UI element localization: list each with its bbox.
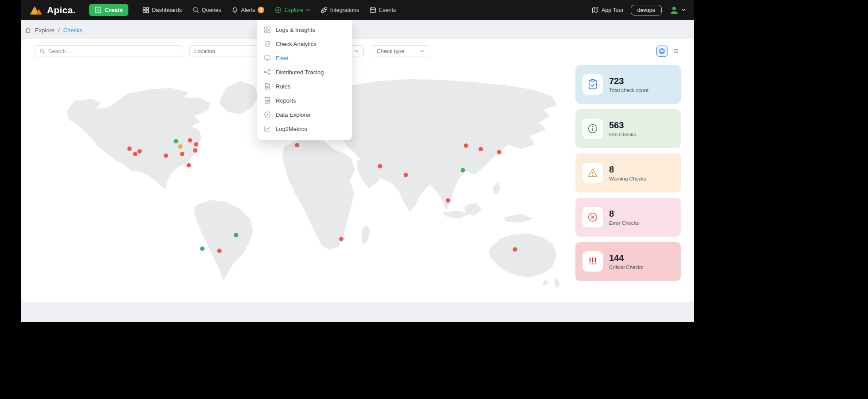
stat-label: Total check count	[609, 88, 648, 93]
menu-item-reports[interactable]: Reports	[257, 93, 352, 107]
compass-icon	[264, 111, 271, 118]
explore-dropdown-menu: Logs & Insights Check Analytics Fleet	[257, 20, 352, 140]
breadcrumb-section[interactable]: Explore	[35, 27, 54, 34]
critical-bars-icon	[583, 251, 603, 272]
create-label: Create	[105, 7, 123, 13]
nav-item-alerts[interactable]: Alerts 2	[231, 7, 264, 13]
app-tour-label: App Tour	[602, 7, 624, 13]
workspace-button[interactable]: devops	[631, 5, 662, 15]
compass-icon	[275, 7, 282, 13]
chevron-down-icon	[420, 49, 424, 54]
menu-item-label: Log2Metrics	[276, 126, 307, 132]
warning-triangle-icon	[583, 163, 603, 183]
error-circle-icon	[583, 207, 603, 227]
search-icon	[39, 48, 45, 54]
calendar-icon	[370, 7, 376, 13]
nav-right-cluster: App Tour devops	[592, 5, 686, 15]
check-location-marker-green[interactable]	[174, 139, 178, 143]
check-location-marker-green[interactable]	[200, 246, 204, 251]
menu-item-check-analytics[interactable]: Check Analytics	[257, 37, 352, 51]
check-location-marker-red[interactable]	[513, 247, 517, 252]
check-location-marker-red[interactable]	[404, 173, 408, 177]
check-location-marker-red[interactable]	[497, 150, 502, 154]
stat-card-critical-checks[interactable]: 144 Critical Checks	[575, 242, 681, 281]
view-toggle-group	[656, 46, 681, 57]
stat-card-error-checks[interactable]: 8 Error Checks	[575, 198, 681, 237]
check-type-filter-select[interactable]: Check type	[372, 45, 429, 57]
menu-item-label: Check Analytics	[276, 41, 316, 47]
search-input[interactable]	[48, 48, 178, 54]
check-location-marker-red[interactable]	[193, 148, 197, 153]
magnifier-icon	[193, 7, 199, 13]
stat-label: Critical Checks	[609, 265, 643, 270]
stat-card-warning-checks[interactable]: 8 Warning Checks	[575, 153, 681, 192]
menu-item-distributed-tracing[interactable]: Distributed Tracing	[257, 65, 352, 79]
nav-item-integrations[interactable]: Integrations	[321, 7, 359, 13]
menu-item-rules[interactable]: Rules	[257, 79, 352, 93]
menu-item-logs-insights[interactable]: Logs & Insights	[257, 23, 352, 37]
chevron-down-icon	[306, 8, 310, 12]
check-location-marker-red[interactable]	[478, 147, 483, 151]
check-location-marker-red[interactable]	[180, 152, 185, 156]
check-location-marker-red[interactable]	[464, 143, 468, 148]
avatar-icon	[669, 5, 679, 15]
create-button[interactable]: Create	[89, 4, 128, 16]
menu-item-label: Logs & Insights	[276, 27, 315, 33]
nav-item-queries[interactable]: Queries	[193, 7, 221, 13]
check-location-marker-red[interactable]	[127, 146, 132, 151]
grid-small-icon	[264, 26, 271, 33]
stat-value: 723	[609, 76, 648, 86]
check-location-marker-red[interactable]	[194, 142, 198, 146]
app-tour-button[interactable]: App Tour	[592, 7, 624, 13]
breadcrumb-separator: /	[58, 27, 60, 34]
map-view-toggle[interactable]	[656, 46, 667, 57]
check-location-marker-green[interactable]	[461, 168, 465, 173]
check-location-marker-red[interactable]	[217, 249, 222, 253]
apica-logo-icon	[29, 4, 43, 15]
stat-label: Error Checks	[609, 220, 639, 226]
menu-item-label: Reports	[276, 97, 296, 104]
branch-icon	[264, 69, 271, 76]
apica-logo[interactable]: Apica.	[29, 4, 76, 15]
nav-item-explore[interactable]: Explore	[275, 7, 310, 13]
list-icon	[672, 48, 679, 54]
grid-icon	[143, 7, 149, 13]
list-view-toggle[interactable]	[670, 46, 681, 57]
check-location-marker-red[interactable]	[339, 237, 343, 241]
check-location-marker-red[interactable]	[295, 143, 299, 147]
nav-item-events[interactable]: Events	[370, 7, 396, 13]
check-location-marker-green[interactable]	[234, 233, 238, 237]
nav-item-dashboards[interactable]: Dashboards	[143, 7, 181, 13]
check-location-marker-red[interactable]	[164, 153, 168, 158]
user-menu[interactable]	[669, 5, 686, 15]
check-type-filter-label: Check type	[377, 48, 405, 54]
menu-item-data-explorer[interactable]: Data Explorer	[257, 107, 352, 122]
filter-bar: Location Check type	[35, 45, 681, 57]
breadcrumb-current[interactable]: Checks	[63, 27, 82, 34]
stat-card-total-checks[interactable]: 723 Total check count	[575, 65, 681, 104]
nav-label: Events	[379, 7, 396, 13]
check-location-marker-orange[interactable]	[178, 144, 183, 149]
nav-label: Alerts	[241, 7, 255, 13]
stat-card-info-checks[interactable]: 563 Info Checks	[575, 109, 681, 148]
check-location-marker-red[interactable]	[133, 152, 138, 156]
check-location-marker-red[interactable]	[446, 198, 450, 203]
stat-label: Info Checks	[609, 132, 636, 137]
alerts-count-badge: 2	[258, 7, 264, 13]
stat-value: 563	[609, 120, 636, 130]
check-location-marker-red[interactable]	[378, 164, 382, 169]
nav-label: Integrations	[330, 7, 359, 13]
check-location-marker-red[interactable]	[188, 138, 192, 142]
check-location-marker-red[interactable]	[186, 163, 191, 168]
info-circle-icon	[583, 119, 603, 139]
check-location-marker-red[interactable]	[137, 149, 142, 153]
shield-check-icon	[264, 40, 271, 47]
home-icon[interactable]	[25, 27, 31, 34]
app-container: Apica. Create Dashboards	[21, 0, 694, 322]
breadcrumb: Explore / Checks	[21, 20, 694, 39]
menu-item-fleet[interactable]: Fleet	[257, 51, 352, 65]
metrics-icon	[264, 125, 271, 132]
brand-name: Apica.	[47, 5, 76, 15]
menu-item-log2metrics[interactable]: Log2Metrics	[257, 122, 352, 136]
chevron-down-icon	[681, 8, 686, 12]
